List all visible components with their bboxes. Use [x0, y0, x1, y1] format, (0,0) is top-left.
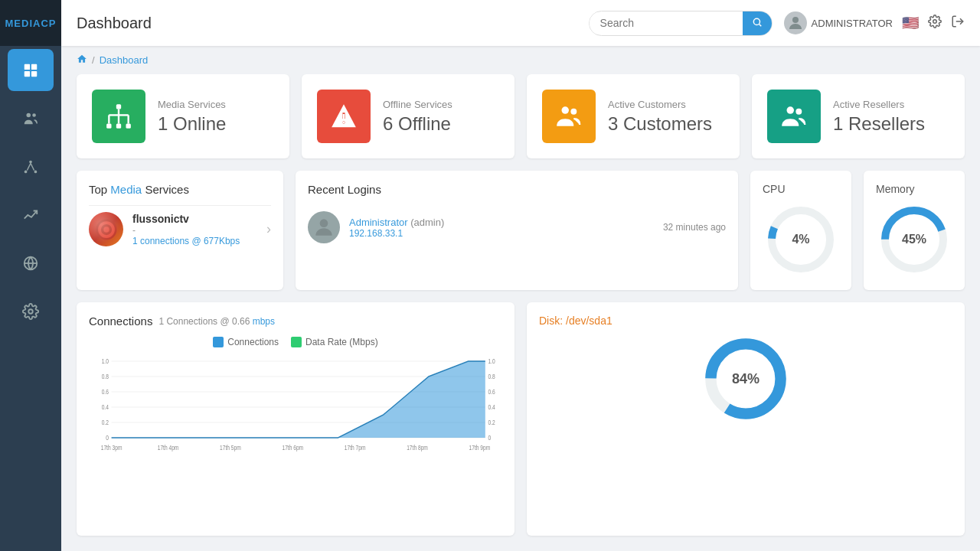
- svg-point-4: [27, 112, 31, 117]
- customers-stat-icon: [554, 102, 583, 131]
- legend-datarate: Data Rate (Mbps): [291, 337, 378, 347]
- logout-icon[interactable]: [951, 15, 965, 32]
- bottom-row: Connections 1 Connections @ 0.66 mbps Co…: [77, 302, 965, 536]
- resellers-icon: [767, 90, 821, 143]
- customers-value: 3 Customers: [608, 113, 712, 135]
- svg-point-7: [24, 170, 28, 173]
- svg-line-9: [27, 163, 31, 170]
- header-right: ADMINISTRATOR 🇺🇸: [784, 11, 965, 34]
- login-ip: 192.168.33.1: [349, 228, 654, 239]
- settings-icon: [22, 303, 39, 320]
- stat-card-offline[interactable]: ! Offline Services 6 Offline: [302, 74, 514, 158]
- login-name: Administrator (admin): [349, 217, 654, 228]
- flag-icon[interactable]: 🇺🇸: [902, 15, 919, 31]
- stat-card-media[interactable]: Media Services 1 Online: [77, 74, 289, 158]
- globe-icon: [22, 255, 39, 272]
- svg-point-6: [29, 160, 32, 163]
- cpu-gauge: 4%: [763, 201, 839, 278]
- middle-row: Top Media Services flussonictv - 1 conne…: [77, 171, 965, 290]
- memory-card: Memory 45%: [864, 171, 965, 290]
- service-info: flussonictv - 1 connections @ 677Kbps: [132, 213, 257, 246]
- sidebar-item-users[interactable]: [8, 97, 54, 139]
- svg-line-15: [759, 24, 761, 26]
- search-button[interactable]: [743, 11, 772, 35]
- app-logo: MEDIACP: [0, 0, 61, 46]
- breadcrumb-home[interactable]: [77, 54, 87, 67]
- sidebar-item-settings[interactable]: [8, 290, 54, 332]
- svg-point-32: [570, 109, 577, 115]
- connections-sub: 1 Connections @ 0.66 mbps: [158, 316, 275, 327]
- svg-text:17th 3pm: 17th 3pm: [101, 444, 122, 452]
- svg-point-17: [933, 19, 937, 23]
- logo-text: MEDIACP: [5, 18, 57, 29]
- admin-info[interactable]: ADMINISTRATOR: [784, 11, 893, 34]
- breadcrumb-separator: /: [92, 54, 95, 66]
- recent-logins-card: Recent Logins Administrator (admin) 192.…: [296, 171, 738, 290]
- disk-title: Disk: /dev/sda1: [539, 315, 952, 327]
- stat-card-resellers[interactable]: Active Resellers 1 Resellers: [752, 74, 965, 158]
- svg-text:0.6: 0.6: [488, 388, 496, 396]
- service-name: flussonictv: [132, 213, 257, 225]
- customers-info: Active Customers 3 Customers: [608, 99, 712, 135]
- main-area: Dashboard ADMINISTRATOR 🇺🇸: [61, 0, 980, 551]
- svg-text:17th 5pm: 17th 5pm: [220, 444, 241, 452]
- breadcrumb: / Dashboard: [61, 46, 980, 74]
- sidebar-item-globe[interactable]: [8, 242, 54, 284]
- signout-icon: [951, 15, 965, 28]
- service-item[interactable]: flussonictv - 1 connections @ 677Kbps ›: [89, 205, 271, 253]
- avatar: [784, 11, 807, 34]
- svg-point-36: [100, 223, 113, 236]
- svg-text:0.6: 0.6: [102, 388, 109, 396]
- gear-icon[interactable]: [928, 15, 942, 32]
- media-services-value: 1 Online: [158, 113, 226, 135]
- top-media-title: Top Media Services: [89, 183, 271, 196]
- svg-point-14: [753, 18, 760, 24]
- stat-cards: Media Services 1 Online ! Offline Servic…: [77, 74, 965, 158]
- sidebar-item-network[interactable]: [8, 145, 54, 187]
- offline-services-label: Offline Services: [383, 99, 452, 110]
- sidebar-item-dashboard[interactable]: [8, 49, 54, 91]
- memory-gauge: 45%: [876, 201, 952, 278]
- network-icon: [22, 158, 39, 175]
- sidebar-item-analytics[interactable]: [8, 194, 54, 236]
- stat-card-customers[interactable]: Active Customers 3 Customers: [527, 74, 740, 158]
- chart-legend: Connections Data Rate (Mbps): [89, 337, 502, 347]
- resellers-label: Active Resellers: [833, 99, 925, 110]
- service-arrow[interactable]: ›: [266, 221, 271, 237]
- svg-text:0.8: 0.8: [102, 373, 109, 380]
- svg-text:17th 7pm: 17th 7pm: [345, 444, 366, 452]
- search-input[interactable]: [590, 12, 743, 34]
- svg-text:0.4: 0.4: [102, 403, 109, 411]
- content-area: Media Services 1 Online ! Offline Servic…: [61, 74, 980, 551]
- memory-value: 45%: [902, 233, 926, 246]
- resellers-info: Active Resellers 1 Resellers: [833, 99, 925, 135]
- disk-card: Disk: /dev/sda1 84%: [527, 302, 965, 536]
- service-connections: 1 connections @ 677Kbps: [132, 236, 257, 246]
- service-logo-icon: [95, 218, 118, 241]
- svg-point-34: [795, 109, 802, 115]
- top-media-prefix: Top: [89, 183, 110, 196]
- svg-rect-22: [126, 124, 131, 129]
- svg-rect-2: [24, 70, 30, 76]
- recent-logins-title: Recent Logins: [308, 183, 726, 196]
- cpu-value: 4%: [792, 233, 809, 246]
- svg-rect-20: [106, 124, 111, 129]
- home-icon: [77, 54, 87, 64]
- svg-text:0.2: 0.2: [102, 419, 109, 426]
- svg-text:17th 8pm: 17th 8pm: [407, 444, 428, 452]
- svg-text:1.0: 1.0: [102, 357, 109, 365]
- memory-title: Memory: [876, 183, 915, 195]
- analytics-icon: [22, 207, 39, 223]
- offline-services-value: 6 Offline: [383, 113, 452, 135]
- login-item[interactable]: Administrator (admin) 192.168.33.1 32 mi…: [308, 205, 726, 249]
- svg-line-10: [31, 163, 34, 170]
- service-logo: [89, 212, 123, 246]
- svg-text:0: 0: [106, 434, 109, 442]
- network-stat-icon: [104, 102, 133, 131]
- connections-title: Connections: [89, 315, 152, 328]
- resellers-stat-icon: [779, 102, 808, 131]
- svg-text:17th 9pm: 17th 9pm: [469, 444, 491, 452]
- offline-services-icon: !: [317, 90, 371, 143]
- svg-point-8: [34, 170, 38, 173]
- connections-header: Connections 1 Connections @ 0.66 mbps: [89, 315, 502, 328]
